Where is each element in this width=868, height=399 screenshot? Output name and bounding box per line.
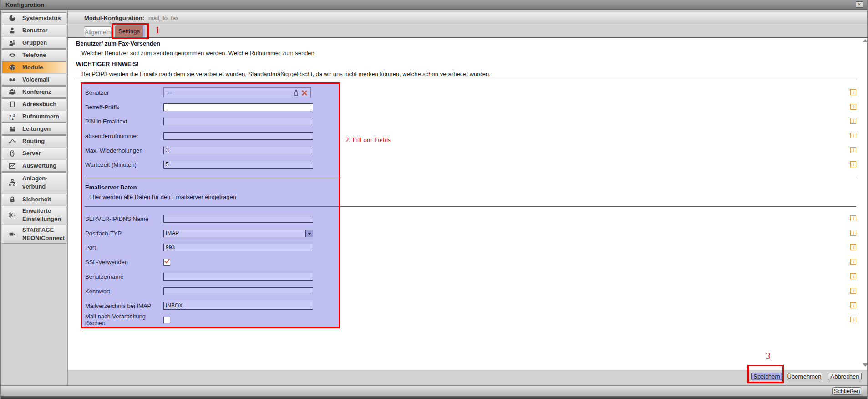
info-icon[interactable]: i (850, 317, 856, 322)
cancel-button[interactable]: Abbrechen (828, 373, 862, 380)
sidebar-item-label: Telefone (22, 51, 46, 59)
field-label: Mail nach Verarbeitung löschen (85, 313, 163, 327)
field-label: PIN in Emailtext (85, 118, 163, 125)
max-wiederholungen-input[interactable]: 3 (163, 147, 313, 154)
info-icon[interactable]: i (850, 288, 856, 294)
tab-allgemein[interactable]: Allgemein (84, 26, 112, 37)
ssl-verwenden-checkbox[interactable] (163, 259, 170, 266)
sidebar-item-anlagenverbund[interactable]: Anlagen- verbund (2, 172, 66, 193)
sidebar-item-routing[interactable]: Routing (2, 135, 66, 147)
info-icon[interactable]: i (850, 133, 856, 138)
info-icon[interactable]: i (850, 273, 856, 279)
close-dialog-button[interactable]: Schließen (832, 387, 861, 395)
text-cursor (166, 105, 166, 110)
separator-line (76, 79, 856, 79)
sidebar-item-module[interactable]: Module (2, 61, 66, 73)
wartezeit-minuten-input[interactable]: 5 (163, 161, 313, 169)
module-header-value: mail_to_fax (148, 15, 178, 21)
sidebar-item-label: Module (22, 63, 43, 72)
info-icon[interactable]: i (850, 230, 856, 236)
tab-settings[interactable]: Settings (115, 25, 145, 37)
sidebar-item-systemstatus[interactable]: Systemstatus (2, 12, 66, 24)
port-input[interactable]: 993 (163, 244, 313, 251)
window-bottom-edge (1, 396, 867, 399)
erweitert-icon (6, 211, 19, 219)
field-label: absenderrufnummer (85, 133, 163, 139)
sidebar-item-label: Konferenz (22, 88, 51, 96)
absenderrufnummer-input[interactable] (163, 132, 313, 140)
emailserver-section-text: Hier werden alle Daten für den Emailserv… (90, 194, 236, 200)
form-row-ssl-verwenden: SSL-Verwenden (85, 257, 170, 267)
sidebar-item-gruppen[interactable]: Gruppen (2, 37, 66, 49)
window-titlebar: Konfiguration × (1, 0, 867, 10)
sidebar-item-adressbuch[interactable]: Adressbuch (2, 98, 66, 110)
clear-user-icon[interactable] (301, 90, 308, 96)
sidebar-item-sicherheit[interactable]: Sicherheit (2, 194, 66, 205)
info-icon[interactable]: i (850, 259, 856, 265)
annotation-step-1: 1 (155, 25, 160, 36)
rufnummern-icon: 712 (6, 113, 19, 120)
sidebar-item-telefone[interactable]: Telefone (2, 49, 66, 61)
adressbuch-icon (6, 101, 19, 108)
routing-icon (6, 138, 19, 145)
sidebar-item-label: Erweiterte Einstellungen (22, 207, 61, 223)
bottom-bar (1, 385, 867, 396)
form-row-benutzer: Benutzer--- (85, 87, 311, 97)
info-icon[interactable]: i (850, 244, 856, 250)
sidebar-item-server[interactable]: Server (2, 148, 66, 159)
field-value: INBOX (166, 302, 183, 309)
scroll-down-icon[interactable] (863, 363, 868, 367)
field-value: --- (166, 90, 172, 96)
mailverzeichnis-bei-imap-input[interactable]: INBOX (163, 302, 313, 310)
info-icon[interactable]: i (850, 147, 856, 153)
sidebar-item-benutzer[interactable]: Benutzer (2, 25, 66, 36)
pin-in-emailtext-input[interactable] (163, 118, 313, 125)
form-row-mailverzeichnis-bei-imap: Mailverzeichnis bei IMAPINBOX (85, 301, 313, 311)
user-picker-icon[interactable] (294, 89, 299, 97)
sidebar-item-starface[interactable]: STARFACE NEON/Connect (2, 225, 66, 244)
betreff-pr-fix-input[interactable] (163, 103, 313, 111)
sidebar-item-voicemail[interactable]: Voicemail (2, 74, 66, 86)
info-icon[interactable]: i (850, 89, 856, 95)
info-icon[interactable]: i (850, 118, 856, 124)
svg-text:2: 2 (13, 113, 15, 118)
sicherheit-icon (6, 196, 19, 203)
chevron-down-icon[interactable] (305, 230, 313, 237)
info-icon[interactable]: i (850, 215, 856, 221)
field-value: 993 (166, 244, 175, 251)
info-icon[interactable]: i (850, 161, 856, 167)
section-title-fax: Benutzer/ zum Fax-Versenden (76, 40, 160, 47)
kennwort-input[interactable] (163, 287, 313, 295)
sidebar-item-konferenz[interactable]: Konferenz (2, 86, 66, 98)
starface-icon (6, 230, 19, 238)
postfach-typ-select[interactable]: IMAP (163, 230, 313, 237)
sidebar-item-label: Anlagen- verbund (22, 174, 48, 190)
apply-button[interactable]: Übernehmen (787, 373, 822, 380)
separator-line (85, 206, 856, 207)
sidebar-item-label: STARFACE NEON/Connect (22, 226, 65, 242)
form-row-absenderrufnummer: absenderrufnummer (85, 131, 313, 141)
annotation-step-2: 2. Fill out Fields (345, 136, 391, 144)
configuration-window: Konfiguration × SystemstatusBenutzerGrup… (0, 0, 868, 399)
notice-text: Bei POP3 werden die Emails nach dem sie … (81, 71, 491, 77)
sidebar-item-erweitert[interactable]: Erweiterte Einstellungen (2, 206, 66, 224)
sidebar-item-auswertung[interactable]: Auswertung (2, 160, 66, 172)
sidebar-item-label: Adressbuch (22, 100, 56, 108)
sidebar-item-label: Sicherheit (22, 195, 51, 204)
close-icon[interactable]: × (856, 1, 863, 8)
sidebar-item-rufnummern[interactable]: 712Rufnummern (2, 111, 66, 123)
window-title: Konfiguration (5, 1, 44, 8)
field-label: Kennwort (85, 288, 163, 295)
module-icon (6, 64, 19, 71)
leitungen-icon (6, 125, 19, 133)
section-text-fax: Welcher Benutzer soll zum senden genomme… (81, 50, 315, 56)
save-button[interactable]: Speichern (751, 373, 782, 380)
info-icon[interactable]: i (850, 302, 856, 308)
mail-nach-verarbeitung-l-schen-checkbox[interactable] (163, 317, 170, 323)
scroll-up-icon[interactable] (863, 39, 868, 42)
sidebar-item-leitungen[interactable]: Leitungen (2, 123, 66, 135)
info-icon[interactable]: i (850, 104, 856, 110)
server-ip-dns-name-input[interactable] (163, 215, 313, 223)
benutzername-input[interactable] (163, 273, 313, 281)
benutzer-picker-field[interactable]: --- (163, 87, 311, 97)
